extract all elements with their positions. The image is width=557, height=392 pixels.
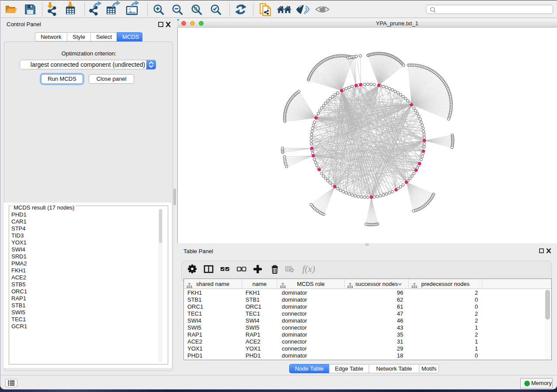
svg-text:f(x): f(x) <box>302 264 315 274</box>
